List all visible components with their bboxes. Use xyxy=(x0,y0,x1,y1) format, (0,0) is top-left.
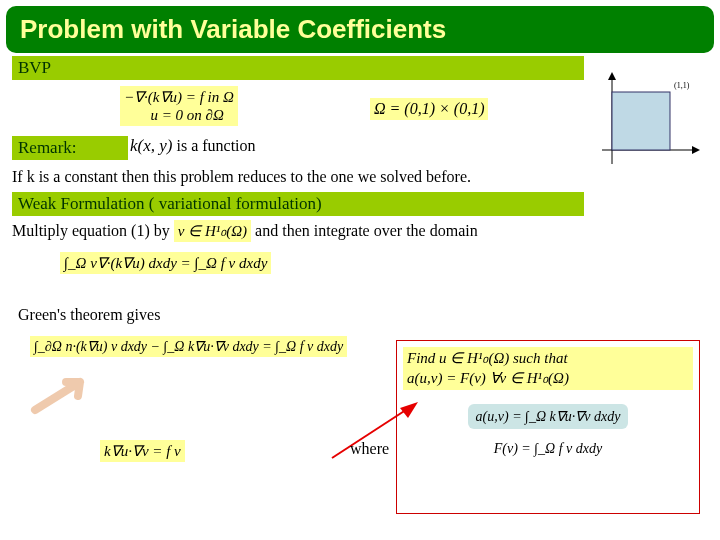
equation-Fv: F(v) = ∫_Ω f v dxdy xyxy=(494,441,603,456)
find-line2: a(u,v) = F(v) ∀v ∈ H¹₀(Ω) xyxy=(407,369,689,389)
arrow-peach-icon xyxy=(30,370,100,420)
k-xy: k(x, y) xyxy=(130,136,172,155)
section-bvp: BVP xyxy=(12,56,584,80)
slide-title: Problem with Variable Coefficients xyxy=(6,6,714,53)
find-box: Find u ∈ H¹₀(Ω) such that a(u,v) = F(v) … xyxy=(396,340,700,514)
section-remark: Remark: xyxy=(12,136,128,160)
multiply-pre: Multiply equation (1) by xyxy=(12,222,174,239)
where-label: where xyxy=(350,440,389,458)
domain-diagram: (1,1) xyxy=(592,70,702,170)
equation-final: k∇u·∇v = f v xyxy=(100,440,185,462)
test-function: v ∈ H¹₀(Ω) xyxy=(174,220,251,242)
equation-domain: Ω = (0,1) × (0,1) xyxy=(370,98,488,120)
equation-green: ∫_∂Ω n·(k∇u) v dxdy − ∫_Ω k∇u·∇v dxdy = … xyxy=(30,336,347,357)
equation-weak-integral: ∫_Ω v∇·(k∇u) dxdy = ∫_Ω f v dxdy xyxy=(60,252,271,274)
reduce-note: If k is a constant then this problem red… xyxy=(12,168,471,186)
svg-marker-5 xyxy=(608,72,616,80)
equation-auv: a(u,v) = ∫_Ω k∇u·∇v dxdy xyxy=(468,404,629,429)
find-line1: Find u ∈ H¹₀(Ω) such that xyxy=(407,349,689,369)
section-weak: Weak Formulation ( variational formulati… xyxy=(12,192,584,216)
equation-pde: −∇·(k∇u) = f in Ω u = 0 on ∂Ω xyxy=(120,86,238,126)
svg-marker-3 xyxy=(692,146,700,154)
multiply-post: and then integrate over the domain xyxy=(255,222,478,239)
green-label: Green's theorem gives xyxy=(18,306,160,324)
svg-rect-6 xyxy=(612,92,670,150)
equation-pde-line2: u = 0 on ∂Ω xyxy=(124,106,234,124)
equation-pde-line1: −∇·(k∇u) = f in Ω xyxy=(124,88,234,106)
corner-label: (1,1) xyxy=(674,81,690,90)
is-function-text: is a function xyxy=(176,137,255,154)
